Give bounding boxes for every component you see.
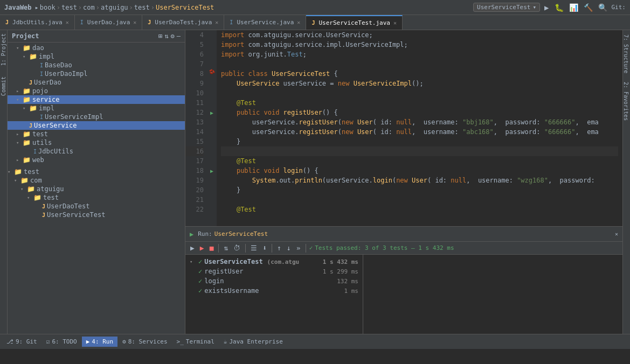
tab-userdao[interactable]: I UserDao.java ✕	[75, 15, 143, 30]
debug-button[interactable]: 🐛	[553, 2, 565, 13]
run-registuser-item[interactable]: ✓ registUser 1 s 299 ms	[185, 267, 363, 276]
project-toolbar: ⊞ ⇅ ⚙ —	[158, 32, 181, 40]
import-button[interactable]: ⬇	[261, 243, 268, 253]
tree-item-userdaoimpl[interactable]: I UserDaoImpl	[8, 69, 185, 78]
code-lines[interactable]: import com.atguigu.service.UserService; …	[217, 30, 622, 226]
tree-item-userdao[interactable]: J UserDao	[8, 78, 185, 87]
minus-icon[interactable]: —	[177, 32, 181, 40]
bottom-services-button[interactable]: ⚙ 8: Services	[118, 337, 171, 347]
tree-item-test2[interactable]: ▾ 📁 test	[8, 193, 185, 202]
left-sidebar: 1: Project Commit	[0, 30, 8, 334]
code-line-7	[221, 59, 618, 69]
expand-arrow: ▸	[16, 88, 23, 94]
check-icon: ✓	[198, 287, 202, 295]
tree-item-pojo[interactable]: ▸ 📁 pojo	[8, 87, 185, 95]
scroll-down-button[interactable]: ↓	[285, 243, 293, 253]
close-icon[interactable]: ✕	[297, 19, 300, 25]
tree-item-jdbcutils[interactable]: I JdbcUtils	[8, 147, 185, 156]
expand-arrow: ▾	[23, 54, 29, 59]
tab-jdbcutils[interactable]: J JdbcUtils.java ✕	[0, 15, 75, 30]
bottom-enterprise-button[interactable]: ☕ Java Enterprise	[219, 337, 287, 347]
expand-arrow: ▾	[23, 106, 29, 111]
editor-tab-bar: J JdbcUtils.java ✕ I UserDao.java ✕ J Us…	[0, 15, 630, 30]
folder-icon: 📁	[23, 96, 31, 103]
folder-icon: 📁	[27, 185, 35, 193]
coverage-button[interactable]: 📊	[568, 2, 579, 13]
close-icon[interactable]: ✕	[133, 19, 136, 25]
tab-userservice[interactable]: I UserService.java ✕	[224, 15, 306, 30]
folder-icon: 📁	[23, 44, 31, 52]
scroll-up-button[interactable]: ↑	[275, 243, 283, 253]
java-file-icon: J	[311, 20, 315, 26]
rerun-button[interactable]: ▶	[189, 243, 196, 253]
filter-button[interactable]: ☰	[249, 243, 259, 253]
tree-item-dao[interactable]: ▾ 📁 dao	[8, 44, 185, 52]
test-status: ✓	[309, 244, 313, 251]
layout-icon[interactable]: ⊞	[158, 32, 162, 40]
tree-item-test-root[interactable]: ▾ 📁 test	[8, 167, 185, 176]
code-line-6: import org.junit.Test;	[221, 50, 618, 59]
tree-item-utils[interactable]: ▾ 📁 utils	[8, 138, 185, 147]
more-button[interactable]: »	[295, 243, 302, 253]
folder-icon: 📁	[14, 168, 22, 176]
build-button[interactable]: 🔨	[583, 2, 594, 13]
project-panel-header: Project ⊞ ⇅ ⚙ —	[8, 30, 185, 43]
sidebar-tab-structure[interactable]: 7: Structure	[623, 30, 630, 78]
close-icon[interactable]: ✕	[393, 20, 397, 26]
tab-userservicetest[interactable]: J UserServiceTest.java ✕	[306, 15, 403, 30]
tree-item-com[interactable]: ▾ 📁 com	[8, 176, 185, 185]
close-run-button[interactable]: ✕	[615, 231, 618, 237]
terminal-icon: >_	[177, 338, 184, 345]
close-icon[interactable]: ✕	[215, 19, 218, 25]
gutter-run-icon2[interactable]: ▶	[210, 166, 213, 176]
run-suite-item[interactable]: ▾ ✓ UserServiceTest (com.atgu 1 s 432 ms	[185, 257, 363, 267]
tree-item-userservicetest2[interactable]: J UserServiceTest	[8, 211, 185, 219]
tree-item-basedao[interactable]: I BaseDao	[8, 61, 185, 69]
tree-item-userdaotest[interactable]: J UserDaoTest	[8, 202, 185, 211]
java-file-icon: J	[148, 19, 151, 25]
tree-item-impl[interactable]: ▾ 📁 impl	[8, 52, 185, 61]
stop-button[interactable]: ■	[208, 243, 216, 253]
rerun-failed-button[interactable]: ▶	[198, 243, 206, 253]
expand-icon[interactable]: ⇅	[164, 32, 168, 40]
search-everywhere[interactable]: 🔍	[597, 2, 608, 13]
todo-icon: ☑	[46, 338, 50, 345]
run-icon: ▶	[190, 230, 193, 238]
run-login-item[interactable]: ✓ login 132 ms	[185, 276, 363, 286]
tree-item-web[interactable]: ▸ 📁 web	[8, 156, 185, 164]
run-label: Run:	[198, 230, 212, 237]
separator	[306, 244, 306, 253]
run-button[interactable]: ▶	[543, 2, 550, 13]
sort-alpha-button[interactable]: ⇅	[222, 243, 230, 253]
sort-duration-button[interactable]: ⏱	[232, 243, 242, 253]
tree-item-userservice[interactable]: J UserService	[8, 121, 185, 130]
code-line-13: userService.registUser(new User( id: nul…	[221, 117, 618, 127]
bottom-git-button[interactable]: ⎇ 9: Git	[2, 337, 41, 347]
bottom-terminal-button[interactable]: >_ Terminal	[172, 337, 219, 347]
code-line-10	[221, 88, 618, 98]
bottom-run-button[interactable]: ▶ 4: Run	[82, 337, 117, 347]
java-icon: J	[42, 204, 45, 209]
sidebar-tab-commit[interactable]: Commit	[0, 73, 8, 99]
interface-icon: I	[40, 62, 43, 68]
code-line-17: @Test	[221, 156, 618, 166]
tab-userdaotest[interactable]: J UserDaoTest.java ✕	[142, 15, 224, 30]
tree-item-test[interactable]: ▸ 📁 test	[8, 130, 185, 138]
code-content: 45678 910111213 1415161718 19202122 🫘 ▶ …	[185, 30, 622, 226]
settings-icon[interactable]: ⚙	[171, 32, 175, 40]
tree-item-service[interactable]: ▾ 📁 service	[8, 95, 185, 104]
tree-item-service-impl[interactable]: ▾ 📁 impl	[8, 104, 185, 113]
gutter-run-icon[interactable]: ▶	[210, 108, 213, 117]
expand-arrow: ▾	[20, 186, 27, 192]
close-icon[interactable]: ✕	[66, 19, 69, 25]
check-icon: ✓	[198, 277, 202, 285]
run-existsusername-item[interactable]: ✓ existsUsername 1 ms	[185, 286, 363, 296]
tree-item-atguigu[interactable]: ▾ 📁 atguigu	[8, 185, 185, 193]
interface-icon: I	[40, 71, 43, 77]
tree-item-userserviceimpl[interactable]: I UserServiceImpl	[8, 113, 185, 121]
sidebar-tab-project[interactable]: 1: Project	[0, 30, 8, 69]
sidebar-tab-favorites[interactable]: 2: Favorites	[623, 78, 630, 125]
code-line-12: public void registUser() {	[221, 108, 618, 117]
run-config-selector[interactable]: UserServiceTest ▾	[473, 3, 540, 12]
bottom-todo-button[interactable]: ☑ 6: TODO	[42, 337, 81, 347]
